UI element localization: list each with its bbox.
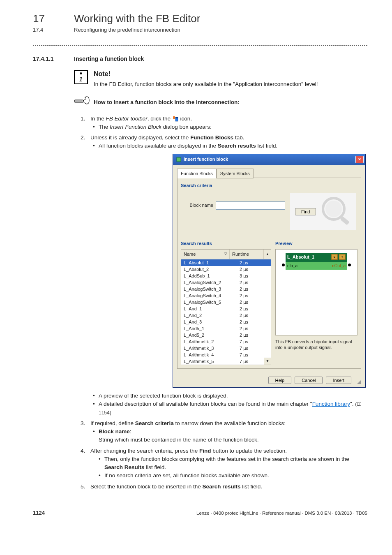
col-runtime-header[interactable]: Runtime xyxy=(230,250,264,259)
table-row[interactable]: L_And5_12 µs xyxy=(181,325,271,332)
table-row[interactable]: L_AnalogSwitch_42 µs xyxy=(181,292,271,299)
cell-name: L_Arithmetik_3 xyxy=(181,345,237,352)
text-italic: Insert Function Block xyxy=(110,124,161,130)
cell-runtime: 2 µs xyxy=(237,305,271,312)
cell-name: L_And5_1 xyxy=(181,325,237,332)
tab-system-blocks[interactable]: System Blocks xyxy=(217,169,254,179)
scroll-down-icon[interactable]: ▼ xyxy=(264,358,271,365)
table-row[interactable]: L_Absolut_12 µs xyxy=(181,259,271,266)
text-bold: Search results xyxy=(218,143,256,149)
text: Then, only the function blocks complying… xyxy=(104,456,349,462)
table-row[interactable]: L_Arithmetik_57 µs xyxy=(181,358,271,365)
step-2-bullet-3: A detailed description of all available … xyxy=(99,400,367,417)
text: tab. xyxy=(233,134,244,141)
page-ref-num: 1154) xyxy=(99,410,111,416)
svg-rect-7 xyxy=(177,157,181,162)
cell-runtime: 2 µs xyxy=(237,332,271,338)
cell-name: L_And_1 xyxy=(181,305,237,312)
text: After changing the search criteria, pres… xyxy=(90,448,199,454)
cell-name: L_Arithmetik_5 xyxy=(181,358,237,365)
resize-grip-icon[interactable] xyxy=(356,379,361,384)
table-row[interactable]: L_And_12 µs xyxy=(181,305,271,312)
text-bold: Search results xyxy=(202,483,240,490)
close-icon[interactable]: × xyxy=(355,156,364,163)
text: ". xyxy=(350,401,355,407)
cell-runtime: 7 µs xyxy=(237,352,271,358)
table-row[interactable]: L_And_32 µs xyxy=(181,319,271,325)
cell-runtime: 2 µs xyxy=(237,279,271,286)
text: Unless it is already displayed, select t… xyxy=(90,134,190,141)
text: A detailed description of all available … xyxy=(99,401,312,407)
text: list field. xyxy=(240,483,262,490)
results-table: Name ∇ Runtime ▲ xyxy=(181,249,271,365)
cancel-button[interactable]: Cancel xyxy=(295,377,323,384)
text: list field. xyxy=(256,143,278,149)
mouse-icon xyxy=(74,96,90,109)
table-row[interactable]: L_Arithmetik_47 µs xyxy=(181,352,271,358)
text-italic: FB Editor toolbar xyxy=(106,116,148,122)
preview-block-title: L_Absolut_1 xyxy=(287,254,314,261)
text-bold: Find xyxy=(199,448,211,454)
preview-block: L_Absolut_1 0 ? xyxy=(286,253,347,270)
text-bold: Search Results xyxy=(104,464,145,470)
col-name-header[interactable]: Name ∇ xyxy=(181,250,230,259)
table-row[interactable]: L_AnalogSwitch_52 µs xyxy=(181,299,271,305)
chapter-number: 17 xyxy=(33,12,74,25)
app-icon xyxy=(176,157,181,162)
footer-doc-info: Lenze · 8400 protec HighLine · Reference… xyxy=(196,511,367,516)
text-bold: Search criteria xyxy=(135,420,174,426)
section-number: 17.4 xyxy=(33,27,74,33)
cell-name: L_AddSub_1 xyxy=(181,273,237,279)
step-2: Unless it is already displayed, select t… xyxy=(90,134,367,417)
svg-rect-6 xyxy=(175,117,178,118)
cell-runtime: 2 µs xyxy=(237,325,271,332)
step-2-bullet-1: All function blocks available are displa… xyxy=(99,142,367,150)
step-4-bullet-1: Then, only the function blocks complying… xyxy=(104,455,367,472)
tab-function-blocks[interactable]: Function Blocks xyxy=(177,169,217,179)
table-row[interactable]: L_And_22 µs xyxy=(181,312,271,319)
note-text: In the FB Editor, function blocks are on… xyxy=(94,80,318,88)
svg-rect-4 xyxy=(173,116,175,119)
cell-runtime: 7 µs xyxy=(237,345,271,352)
col-name-label: Name xyxy=(184,251,196,258)
cell-name: L_AnalogSwitch_3 xyxy=(181,286,237,292)
text: All function blocks available are displa… xyxy=(99,143,218,149)
text: The xyxy=(99,124,110,130)
howto-heading: How to insert a function block into the … xyxy=(94,99,240,105)
text: list field. xyxy=(145,464,166,470)
table-row[interactable]: L_And5_22 µs xyxy=(181,332,271,338)
cell-name: L_And_3 xyxy=(181,319,237,325)
text: In the xyxy=(90,116,106,122)
step-4: After changing the search criteria, pres… xyxy=(90,447,367,480)
text: to narrow down the available function bl… xyxy=(174,420,286,426)
cell-name: L_Absolut_2 xyxy=(181,266,237,273)
dialog-titlebar: Insert function block × xyxy=(173,154,365,165)
step-3-bullet-1: Block name: String which must be contain… xyxy=(99,428,367,444)
cell-name: L_Absolut_1 xyxy=(181,259,237,266)
table-row[interactable]: L_AnalogSwitch_32 µs xyxy=(181,286,271,292)
cell-runtime: 2 µs xyxy=(237,319,271,325)
table-row[interactable]: L_Arithmetik_37 µs xyxy=(181,345,271,352)
text: Select the function block to be inserted… xyxy=(90,483,202,490)
text-bold: Function Blocks xyxy=(190,134,233,141)
help-button[interactable]: Help xyxy=(268,377,292,384)
text: String which must be contained in the na… xyxy=(99,437,258,443)
insert-button[interactable]: Insert xyxy=(326,377,351,384)
subsection-title: Inserting a function block xyxy=(74,56,144,62)
table-row[interactable]: L_AnalogSwitch_22 µs xyxy=(181,279,271,286)
cell-runtime: 2 µs xyxy=(237,312,271,319)
table-row[interactable]: L_Arithmetik_27 µs xyxy=(181,338,271,345)
scroll-up-icon[interactable]: ▲ xyxy=(264,250,271,259)
svg-point-9 xyxy=(325,201,342,217)
step-5: Select the function block to be inserted… xyxy=(90,483,367,491)
function-library-link[interactable]: Function library xyxy=(312,401,350,407)
step-1: In the FB Editor toolbar, click the icon… xyxy=(90,115,367,132)
chapter-title: Working with the FB Editor xyxy=(74,12,200,25)
cell-runtime: 2 µs xyxy=(237,292,271,299)
preview-area: L_Absolut_1 0 ? xyxy=(275,249,357,335)
table-row[interactable]: L_AddSub_13 µs xyxy=(181,273,271,279)
table-row[interactable]: L_Absolut_22 µs xyxy=(181,266,271,273)
blockname-input[interactable] xyxy=(216,201,285,210)
insert-function-block-dialog: Insert function block × Function Blocks … xyxy=(173,154,366,388)
search-results-heading: Search results xyxy=(181,240,271,247)
